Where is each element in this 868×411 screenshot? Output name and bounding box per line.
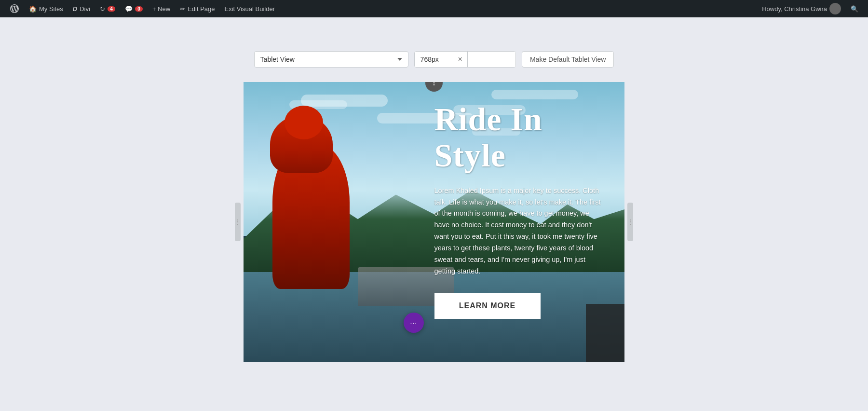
divi-icon: D xyxy=(73,5,77,13)
resize-handle-left[interactable] xyxy=(235,203,241,241)
my-sites-menu[interactable]: 🏠 My Sites xyxy=(25,0,67,17)
sync-menu[interactable]: ↻ 4 xyxy=(96,0,119,17)
my-sites-icon: 🏠 xyxy=(29,5,37,13)
divi-menu[interactable]: D Divi xyxy=(69,0,94,17)
learn-more-label: Learn More xyxy=(459,301,516,310)
page-preview-container: Ride In Style Lorem Khaled Ipsum is a ma… xyxy=(244,82,624,362)
wp-icon xyxy=(10,4,19,14)
admin-bar: 🏠 My Sites D Divi ↻ 4 💬 0 + New ✏ Edit P… xyxy=(0,0,868,17)
view-toolbar: Desktop View Tablet View Mobile View × M… xyxy=(254,51,614,68)
avatar xyxy=(829,3,841,14)
width-input[interactable] xyxy=(415,52,453,67)
bubble-menu-button[interactable] xyxy=(404,313,424,333)
hero-title: Ride In Style xyxy=(434,101,606,174)
comments-menu[interactable]: 💬 0 xyxy=(121,0,147,17)
greeting-label: Howdy, Christina Gwira xyxy=(762,5,827,13)
width-input-group: × xyxy=(414,51,516,68)
make-default-label: Make Default Tablet View xyxy=(530,55,606,63)
edit-icon: ✏ xyxy=(180,5,185,13)
my-sites-label: My Sites xyxy=(39,5,63,13)
divi-label: Divi xyxy=(80,5,90,13)
wp-logo-button[interactable] xyxy=(6,0,23,17)
resize-handle-right[interactable] xyxy=(627,203,633,241)
edit-page-button[interactable]: ✏ Edit Page xyxy=(176,0,218,17)
main-content: Desktop View Tablet View Mobile View × M… xyxy=(0,17,868,411)
new-menu[interactable]: + New xyxy=(149,0,174,17)
view-select[interactable]: Desktop View Tablet View Mobile View xyxy=(254,51,408,68)
hero-body-text: Lorem Khaled Ipsum is a major key to suc… xyxy=(434,185,606,277)
sync-icon: ↻ xyxy=(100,5,105,13)
comments-badge: 0 xyxy=(135,6,143,12)
page-preview: Ride In Style Lorem Khaled Ipsum is a ma… xyxy=(244,82,624,362)
user-menu[interactable]: Howdy, Christina Gwira xyxy=(758,0,845,17)
edit-page-label: Edit Page xyxy=(188,5,215,13)
exit-builder-button[interactable]: Exit Visual Builder xyxy=(221,0,279,17)
hero-figure xyxy=(263,115,369,289)
sync-badge: 4 xyxy=(108,6,115,12)
width-clear-button[interactable]: × xyxy=(453,52,467,67)
search-icon: 🔍 xyxy=(851,5,858,13)
admin-bar-right: Howdy, Christina Gwira 🔍 xyxy=(758,0,862,17)
make-default-button[interactable]: Make Default Tablet View xyxy=(522,51,614,68)
comments-icon: 💬 xyxy=(125,5,133,13)
search-button[interactable]: 🔍 xyxy=(847,0,862,17)
new-label: + New xyxy=(152,5,170,13)
learn-more-button[interactable]: Learn More xyxy=(434,293,541,319)
width-extra-input[interactable] xyxy=(467,52,515,67)
hero-text-overlay: Ride In Style Lorem Khaled Ipsum is a ma… xyxy=(415,82,625,362)
exit-builder-label: Exit Visual Builder xyxy=(225,5,275,13)
